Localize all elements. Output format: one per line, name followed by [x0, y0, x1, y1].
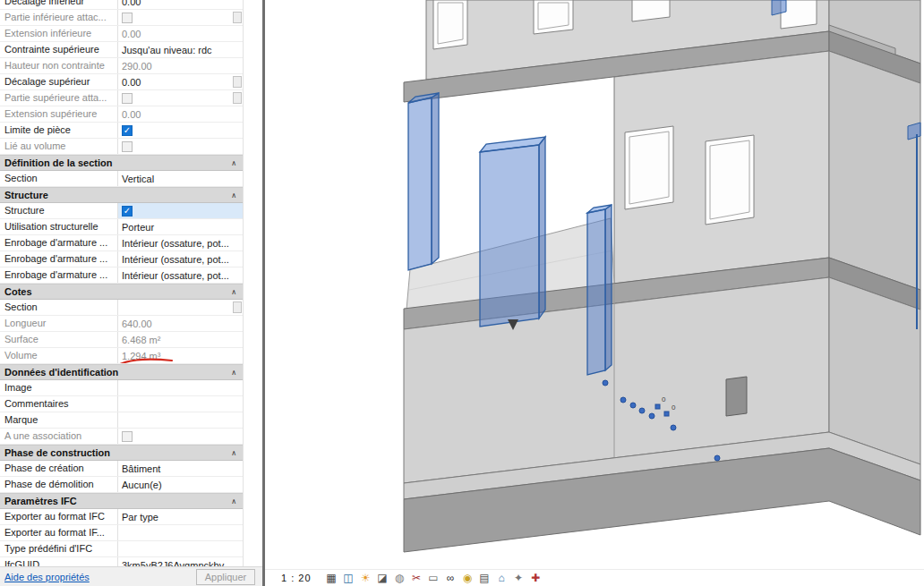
property-label: Partie inférieure attac...	[0, 10, 117, 25]
property-label: Extension supérieure	[0, 106, 117, 122]
property-row: Exporter au format IFCPar type	[0, 509, 243, 525]
collapse-chevron-icon[interactable]: ∧	[231, 497, 236, 505]
property-value[interactable]: 290.00	[117, 58, 243, 73]
property-label: Enrobage d'armature ...	[0, 251, 117, 267]
property-label: Marque	[0, 412, 117, 428]
property-value[interactable]: Intérieur (ossature, pot...	[117, 268, 243, 283]
scale-button[interactable]: 1 : 20	[281, 573, 312, 583]
apply-button[interactable]: Appliquer	[196, 569, 255, 585]
property-value[interactable]	[117, 541, 243, 556]
property-group-header[interactable]: Phase de construction∧	[0, 445, 243, 461]
property-value-text: 0.00	[122, 0, 141, 7]
window-opening[interactable]	[706, 135, 754, 225]
property-value[interactable]: Par type	[117, 509, 243, 524]
property-value[interactable]: 0.00	[117, 74, 233, 89]
property-value[interactable]	[117, 139, 243, 154]
checkbox[interactable]: ✓	[122, 206, 133, 217]
property-label: Enrobage d'armature ...	[0, 235, 117, 251]
property-group-header[interactable]: Définition de la section∧	[0, 155, 243, 171]
property-group-header[interactable]: Cotes∧	[0, 284, 243, 300]
rendering-dialog-icon[interactable]: ◍	[392, 571, 407, 585]
checkbox[interactable]	[122, 93, 133, 104]
property-value[interactable]: Porteur	[117, 219, 243, 234]
group-header-label: Paramètres IFC	[4, 496, 77, 506]
sun-path-icon[interactable]: ☀	[358, 571, 373, 585]
value-browse-button[interactable]	[233, 301, 242, 313]
property-value[interactable]: Aucun(e)	[117, 477, 243, 492]
property-label: Volume	[0, 348, 117, 363]
property-value[interactable]	[117, 429, 243, 444]
property-value-text: Vertical	[122, 174, 154, 184]
property-value[interactable]	[117, 412, 243, 428]
collapse-chevron-icon[interactable]: ∧	[231, 369, 236, 377]
value-browse-button[interactable]	[233, 12, 242, 23]
group-header-label: Données d'identification	[4, 367, 118, 378]
selected-wall[interactable]	[408, 93, 439, 270]
detail-level-icon[interactable]: ▦	[324, 571, 339, 585]
property-group-header[interactable]: Paramètres IFC∧	[0, 493, 243, 509]
property-value-text: Par type	[122, 512, 158, 522]
property-label: Contrainte supérieure	[0, 42, 117, 57]
checkbox[interactable]: ✓	[122, 125, 133, 136]
property-value[interactable]: ✓	[117, 203, 243, 218]
property-value[interactable]	[117, 10, 233, 25]
selected-wall[interactable]	[587, 205, 612, 375]
property-value[interactable]: 0.00	[117, 26, 243, 41]
checkbox[interactable]	[122, 141, 133, 152]
value-browse-button[interactable]	[233, 92, 242, 104]
show-crop-region-icon[interactable]: ▭	[426, 571, 441, 585]
highlight-displacement-icon[interactable]: ✦	[511, 571, 526, 585]
base-right-face[interactable]	[829, 277, 920, 464]
property-value[interactable]: 0.00	[117, 106, 243, 122]
property-value[interactable]	[117, 380, 243, 395]
reveal-constraints-icon[interactable]: ✚	[528, 571, 543, 585]
property-value[interactable]: Vertical	[117, 171, 243, 186]
checkbox[interactable]	[122, 13, 133, 23]
shadows-icon[interactable]: ◪	[375, 571, 390, 585]
property-group-header[interactable]: Structure∧	[0, 187, 243, 203]
collapse-chevron-icon[interactable]: ∧	[231, 288, 236, 296]
property-value[interactable]: 0.00	[117, 0, 243, 9]
properties-footer: Aide des propriétés Appliquer	[0, 566, 262, 586]
properties-grid: Décalage inférieur0.00Partie inférieure …	[0, 0, 244, 573]
window-opening[interactable]	[625, 126, 673, 209]
crop-view-icon[interactable]: ✂	[409, 571, 424, 585]
visual-style-icon[interactable]: ◫	[341, 571, 356, 585]
collapse-chevron-icon[interactable]: ∧	[231, 449, 236, 457]
collapse-chevron-icon[interactable]: ∧	[231, 191, 236, 200]
temporary-view-properties-icon[interactable]: ▤	[477, 571, 492, 585]
property-value[interactable]	[117, 90, 233, 106]
properties-help-link[interactable]: Aide des propriétés	[4, 572, 90, 582]
property-value[interactable]: Intérieur (ossature, pot...	[117, 251, 243, 267]
property-label: Longueur	[0, 316, 117, 331]
value-browse-button[interactable]	[233, 76, 242, 88]
property-value[interactable]: 640.00	[117, 316, 243, 331]
property-value[interactable]: ✓	[117, 123, 243, 138]
selected-wall[interactable]	[480, 137, 545, 327]
property-label: Décalage inférieur	[0, 0, 117, 9]
property-value[interactable]	[117, 525, 243, 540]
building-3d-view[interactable]: 0 0	[265, 0, 924, 586]
collapse-chevron-icon[interactable]: ∧	[231, 159, 236, 167]
property-row: Phase de démolitionAucun(e)	[0, 477, 243, 493]
3d-viewport[interactable]: 0 0 1 : 20 ▦◫☀◪◍✂▭∞◉▤⌂✦✚	[265, 0, 924, 586]
base-niche[interactable]	[726, 377, 747, 416]
property-label: Image	[0, 380, 117, 395]
property-value[interactable]: 6.468 m²	[117, 332, 243, 347]
show-analytical-model-icon[interactable]: ⌂	[494, 571, 509, 585]
property-value-text: 0.00	[122, 77, 141, 88]
property-row: Hauteur non contrainte290.00	[0, 58, 243, 74]
property-value[interactable]	[117, 300, 233, 315]
property-value[interactable]: 1.294 m³	[117, 348, 243, 363]
property-value[interactable]: Bâtiment	[117, 461, 243, 476]
property-value[interactable]	[117, 396, 243, 412]
property-value[interactable]: Intérieur (ossature, pot...	[117, 235, 243, 251]
reveal-hidden-elements-icon[interactable]: ◉	[460, 571, 475, 585]
property-group-header[interactable]: Données d'identification∧	[0, 364, 243, 380]
middle-right-face[interactable]	[829, 51, 920, 290]
property-row: Marque	[0, 412, 243, 429]
checkbox[interactable]	[122, 431, 133, 442]
property-value[interactable]: Jusqu'au niveau: rdc	[117, 42, 243, 57]
temporary-hide-isolate-icon[interactable]: ∞	[443, 571, 458, 585]
property-label: Limite de pièce	[0, 123, 117, 138]
